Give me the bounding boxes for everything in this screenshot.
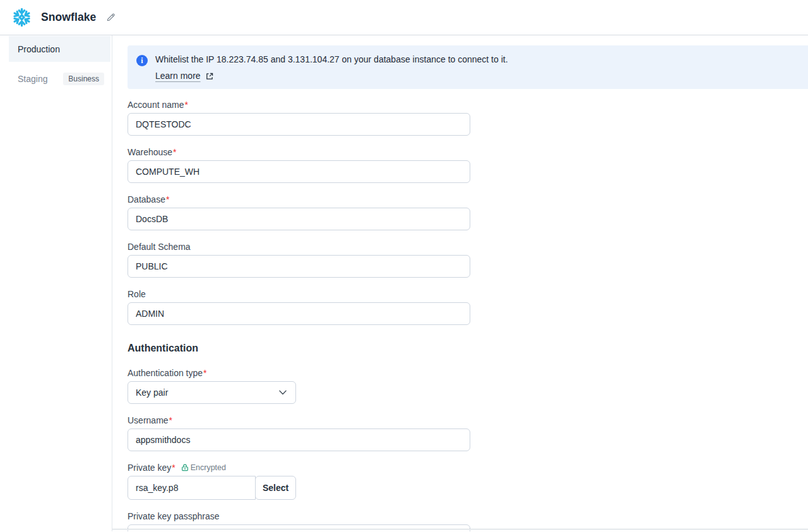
field-username: Username* xyxy=(128,415,470,451)
chevron-down-icon xyxy=(279,390,287,395)
username-input[interactable] xyxy=(128,429,470,451)
field-label: Role xyxy=(128,289,470,299)
required-mark: * xyxy=(185,100,188,110)
connection-form: Account name* Warehouse* Database* Defau… xyxy=(128,100,470,531)
learn-more-link[interactable]: Learn more xyxy=(155,71,213,81)
info-icon: i xyxy=(136,55,148,66)
authentication-section-title: Authentication xyxy=(128,343,470,354)
field-authentication-type: Authentication type* Key pair xyxy=(128,368,470,404)
field-account-name: Account name* xyxy=(128,100,470,136)
default-schema-input[interactable] xyxy=(128,255,470,278)
account-name-input[interactable] xyxy=(128,113,470,136)
field-label: Warehouse* xyxy=(128,147,470,157)
sidebar-item-production[interactable]: Production xyxy=(9,36,110,62)
private-key-passphrase-input[interactable] xyxy=(128,524,470,531)
authentication-type-select[interactable]: Key pair xyxy=(128,381,296,404)
whitelist-info-banner: i Whitelist the IP 18.223.74.85 and 3.13… xyxy=(128,45,808,89)
field-label: Default Schema xyxy=(128,242,470,252)
selected-option-label: Key pair xyxy=(136,387,168,398)
private-key-file-input[interactable] xyxy=(128,476,256,500)
field-default-schema: Default Schema xyxy=(128,242,470,278)
role-input[interactable] xyxy=(128,302,470,325)
form-bottom-divider xyxy=(112,529,808,530)
sidebar-item-staging[interactable]: Staging Business xyxy=(9,66,110,92)
field-warehouse: Warehouse* xyxy=(128,147,470,183)
encrypted-label: Encrypted xyxy=(191,463,226,472)
datasource-form-panel: i Whitelist the IP 18.223.74.85 and 3.13… xyxy=(112,35,808,531)
field-label: Private key passphrase xyxy=(128,511,470,521)
database-input[interactable] xyxy=(128,208,470,230)
required-mark: * xyxy=(169,415,172,425)
warehouse-input[interactable] xyxy=(128,160,470,183)
datasource-header: Snowflake xyxy=(0,0,808,35)
required-mark: * xyxy=(172,463,175,473)
field-label: Authentication type* xyxy=(128,368,470,378)
datasource-title: Snowflake xyxy=(41,11,96,24)
business-plan-badge: Business xyxy=(63,73,104,85)
field-label: Database* xyxy=(128,194,470,204)
required-mark: * xyxy=(173,147,176,157)
snowflake-logo-icon xyxy=(11,7,32,28)
page-body: Production Staging Business i Whitelist … xyxy=(0,35,808,531)
sidebar-item-label: Production xyxy=(18,44,60,54)
field-label: Account name* xyxy=(128,100,470,110)
environment-sidebar: Production Staging Business xyxy=(0,35,112,531)
external-link-icon xyxy=(205,72,213,80)
required-mark: * xyxy=(203,368,206,378)
banner-message: Whitelist the IP 18.223.74.85 and 3.131.… xyxy=(155,54,798,66)
learn-more-label: Learn more xyxy=(155,71,201,81)
required-mark: * xyxy=(166,194,169,204)
encrypted-badge: Encrypted xyxy=(181,463,226,472)
sidebar-item-label: Staging xyxy=(18,74,47,84)
pencil-icon xyxy=(106,13,116,22)
field-label: Private key* Encrypted xyxy=(128,463,470,473)
field-database: Database* xyxy=(128,194,470,230)
select-file-button[interactable]: Select xyxy=(255,476,296,500)
private-key-file-row: Select xyxy=(128,476,470,500)
banner-link-row: Learn more xyxy=(155,71,798,81)
field-private-key: Private key* Encrypted Select xyxy=(128,463,470,500)
lock-icon xyxy=(181,464,189,471)
field-role: Role xyxy=(128,289,470,325)
edit-name-button[interactable] xyxy=(105,11,117,23)
field-label: Username* xyxy=(128,415,470,425)
